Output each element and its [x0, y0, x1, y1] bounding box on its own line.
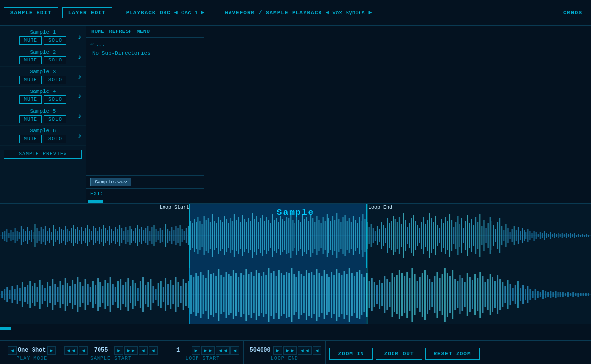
- loop-start-rr[interactable]: ◄◄: [216, 346, 230, 355]
- svg-rect-63: [125, 227, 126, 244]
- sample-start-rr[interactable]: ◄◄: [64, 346, 78, 355]
- svg-rect-64: [127, 230, 128, 242]
- play-mode-prev[interactable]: ◄: [8, 346, 17, 355]
- sample-3-name: Sample 3: [30, 69, 56, 75]
- sample-start-r[interactable]: ◄: [79, 346, 88, 355]
- sample-2-solo[interactable]: SOLO: [44, 56, 66, 64]
- svg-rect-347: [125, 282, 126, 307]
- svg-rect-189: [379, 229, 380, 242]
- sample-5-mute[interactable]: MUTE: [19, 115, 42, 123]
- svg-rect-229: [459, 224, 460, 247]
- svg-rect-235: [471, 219, 472, 252]
- ext-text: EXT:: [90, 191, 103, 197]
- sample-5-solo[interactable]: SOLO: [44, 115, 66, 123]
- waveform-prev-arrow[interactable]: ◄: [324, 9, 330, 16]
- sample-6-mute[interactable]: MUTE: [19, 135, 42, 143]
- svg-rect-445: [371, 278, 373, 311]
- svg-rect-358: [152, 286, 154, 303]
- svg-rect-498: [504, 286, 506, 303]
- parent-dir-item[interactable]: ↩ ...: [88, 40, 202, 48]
- zoom-in-button[interactable]: ZOOM IN: [329, 348, 372, 360]
- menu-button[interactable]: MENU: [136, 29, 151, 34]
- sample-start-b1[interactable]: ◄: [139, 346, 148, 355]
- svg-rect-29: [57, 231, 58, 240]
- loop-end-rr[interactable]: ◄◄: [298, 346, 312, 355]
- sample-1-solo[interactable]: SOLO: [44, 36, 66, 45]
- svg-rect-529: [583, 293, 584, 296]
- svg-rect-80: [160, 228, 161, 243]
- svg-rect-226: [453, 227, 454, 244]
- sample-edit-button[interactable]: SAMPLE EDIT: [4, 7, 58, 18]
- svg-rect-449: [381, 283, 383, 306]
- sample-3-mute[interactable]: MUTE: [19, 76, 42, 84]
- svg-rect-302: [11, 286, 13, 303]
- svg-rect-187: [375, 231, 376, 241]
- sample-start-f[interactable]: ►: [114, 346, 123, 355]
- sample-4-mute[interactable]: MUTE: [19, 95, 42, 104]
- loop-start-ff[interactable]: ►►: [201, 346, 215, 355]
- svg-rect-47: [93, 226, 94, 245]
- svg-rect-319: [54, 284, 56, 305]
- layer-edit-button[interactable]: LAYER EDIT: [62, 7, 112, 18]
- home-button[interactable]: HOME: [90, 29, 105, 34]
- svg-rect-193: [387, 218, 388, 253]
- svg-rect-30: [59, 227, 60, 244]
- svg-rect-290: [582, 234, 583, 237]
- svg-rect-232: [465, 221, 466, 250]
- sample-start-ff[interactable]: ►►: [124, 346, 138, 355]
- svg-rect-526: [575, 293, 576, 296]
- svg-rect-362: [163, 287, 164, 302]
- svg-rect-466: [424, 270, 426, 320]
- svg-rect-91: [182, 229, 183, 242]
- svg-rect-350: [132, 280, 134, 309]
- svg-rect-341: [110, 277, 111, 312]
- sample-start-value: 7055: [89, 347, 113, 354]
- svg-rect-66: [131, 229, 132, 243]
- sample-6-solo[interactable]: SOLO: [44, 135, 66, 143]
- svg-rect-508: [529, 289, 531, 300]
- file-toolbar: HOME REFRESH MENU: [86, 26, 204, 38]
- svg-rect-351: [135, 283, 136, 306]
- svg-rect-356: [147, 282, 149, 307]
- svg-rect-518: [555, 291, 556, 298]
- loop-end-ff[interactable]: ►►: [283, 346, 297, 355]
- sample-4-solo[interactable]: SOLO: [44, 95, 66, 104]
- svg-rect-480: [459, 275, 460, 314]
- sample-preview-button[interactable]: SAMPLE PREVIEW: [4, 150, 82, 159]
- svg-rect-223: [447, 221, 448, 250]
- svg-rect-269: [540, 232, 541, 239]
- svg-rect-326: [72, 280, 73, 309]
- zoom-out-button[interactable]: ZOOM OUT: [376, 348, 423, 360]
- sample-start-row: ◄◄ ◄ 7055 ► ►► ◄ ◄: [64, 346, 157, 355]
- svg-rect-79: [158, 231, 159, 240]
- selected-file[interactable]: Sample.wav: [90, 178, 131, 186]
- svg-rect-24: [47, 231, 48, 241]
- play-mode-next[interactable]: ►: [47, 346, 56, 355]
- osc-prev-arrow[interactable]: ◄: [173, 9, 179, 16]
- svg-rect-87: [173, 230, 174, 241]
- loop-end-f[interactable]: ►: [273, 346, 282, 355]
- loop-end-row: 504000 ► ►► ◄◄ ◄: [248, 346, 321, 355]
- sample-2-mute[interactable]: MUTE: [19, 56, 42, 64]
- osc-next-arrow[interactable]: ►: [199, 9, 206, 16]
- svg-rect-459: [406, 272, 408, 318]
- svg-rect-515: [547, 292, 549, 297]
- loop-end-r[interactable]: ◄: [313, 346, 322, 355]
- svg-rect-277: [556, 234, 557, 237]
- svg-rect-209: [419, 228, 420, 243]
- loop-start-f[interactable]: ►: [192, 346, 200, 355]
- svg-rect-311: [34, 283, 35, 306]
- svg-rect-513: [542, 290, 544, 299]
- sample-start-b2[interactable]: ◄: [149, 346, 158, 355]
- sample-1-mute[interactable]: MUTE: [19, 36, 42, 45]
- svg-rect-48: [95, 228, 96, 243]
- sample-3-solo[interactable]: SOLO: [44, 76, 66, 84]
- svg-rect-316: [47, 282, 48, 307]
- refresh-button[interactable]: REFRESH: [108, 29, 132, 34]
- file-scrollbar[interactable]: [86, 199, 204, 203]
- svg-rect-332: [87, 284, 89, 305]
- svg-rect-334: [92, 281, 94, 308]
- reset-zoom-button[interactable]: RESET ZOOM: [425, 348, 479, 360]
- waveform-next-arrow[interactable]: ►: [367, 9, 373, 16]
- loop-start-r[interactable]: ◄: [230, 346, 239, 355]
